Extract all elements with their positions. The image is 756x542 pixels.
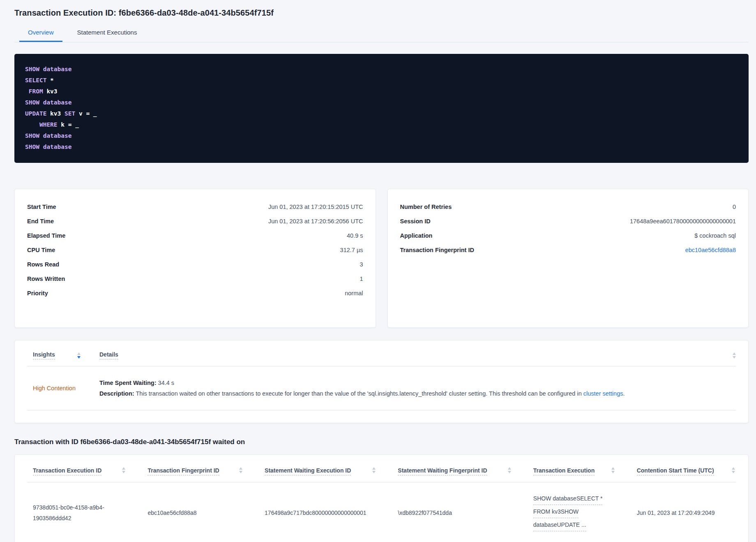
- insights-table-header: Insights Details: [27, 351, 736, 366]
- sort-icon[interactable]: [733, 352, 736, 359]
- summary-value: Jun 01, 2023 at 17:20:56:2056 UTC: [268, 217, 363, 225]
- time-spent-waiting-label: Time Spent Waiting:: [99, 380, 157, 386]
- column-label: Statement Waiting Fingerprint ID: [398, 467, 487, 475]
- summary-value: 17648a9eea6017800000000000000001: [630, 217, 736, 225]
- sql-line: UPDATE kv3 SET v = _: [25, 108, 738, 119]
- summary-label: Number of Retries: [400, 203, 452, 211]
- column-header-statement-waiting-execution-id[interactable]: Statement Waiting Execution ID: [259, 467, 392, 475]
- transaction-execution-id-cell: 9738d051-bc0e-4158-a9b4-1903586ddd42: [27, 502, 142, 523]
- insights-column-label: Insights: [33, 351, 55, 359]
- transaction-execution-preview-line[interactable]: FROM kv3SHOW: [533, 506, 579, 518]
- column-header-transaction-execution[interactable]: Transaction Execution: [528, 467, 631, 475]
- transaction-details-page: Transaction Execution ID: f6be6366-da03-…: [0, 0, 756, 542]
- summary-row: Transaction Fingerprint IDebc10ae56cfd88…: [400, 246, 736, 254]
- column-header-insights[interactable]: Insights: [33, 351, 99, 359]
- summary-row: Rows Written1: [27, 275, 363, 283]
- sql-line: SHOW database: [25, 130, 738, 141]
- sort-icon[interactable]: [611, 467, 615, 473]
- summary-value: 3: [360, 260, 363, 269]
- summary-card-session: Number of Retries0Session ID17648a9eea60…: [387, 189, 749, 328]
- sql-line: SHOW database: [25, 97, 738, 108]
- summary-label: Rows Read: [27, 260, 59, 269]
- summary-card-session-rows: Number of Retries0Session ID17648a9eea60…: [400, 203, 736, 254]
- insights-table-card: Insights Details High Contention Time Sp…: [14, 340, 749, 423]
- sql-line: WHERE k = _: [25, 119, 738, 130]
- summary-row: Number of Retries0: [400, 203, 736, 211]
- summary-value: 312.7 µs: [340, 246, 363, 254]
- transaction-execution-preview-line[interactable]: SHOW databaseSELECT *: [533, 493, 603, 505]
- column-header-details[interactable]: Details: [99, 351, 118, 359]
- insight-details: Time Spent Waiting: 34.4 s Description: …: [99, 378, 625, 399]
- tab-statement-executions[interactable]: Statement Executions: [69, 29, 146, 42]
- summary-label: Rows Written: [27, 275, 65, 283]
- sql-line: SHOW database: [25, 141, 738, 153]
- sort-icon[interactable]: [732, 467, 735, 473]
- description-line: Description: This transaction waited on …: [99, 388, 625, 399]
- summary-row: Rows Read3: [27, 260, 363, 269]
- summary-value: 0: [733, 203, 736, 211]
- waited-on-heading: Transaction with ID f6be6366-da03-48de-a…: [14, 438, 749, 446]
- column-label: Statement Waiting Execution ID: [265, 467, 351, 475]
- column-header-statement-waiting-fingerprint-id[interactable]: Statement Waiting Fingerprint ID: [392, 467, 527, 475]
- summary-value: $ cockroach sql: [694, 232, 736, 240]
- summary-value: 40.9 s: [347, 232, 363, 240]
- summary-row: Start TimeJun 01, 2023 at 17:20:15:2015 …: [27, 203, 363, 211]
- summary-label: End Time: [27, 217, 54, 225]
- transaction-fingerprint-link[interactable]: ebc10ae56cfd88a8: [685, 246, 736, 254]
- waited-table-row: 9738d051-bc0e-4158-a9b4-1903586ddd42 ebc…: [27, 482, 736, 542]
- summary-row: End TimeJun 01, 2023 at 17:20:56:2056 UT…: [27, 217, 363, 225]
- summary-card-timing: Start TimeJun 01, 2023 at 17:20:15:2015 …: [14, 189, 376, 328]
- insight-row: High Contention Time Spent Waiting: 34.4…: [27, 366, 736, 410]
- statement-waiting-fingerprint-id-cell: \xdb8922f077541dda: [392, 507, 527, 518]
- summary-cards-row: Start TimeJun 01, 2023 at 17:20:15:2015 …: [14, 189, 749, 328]
- sql-statements-box: SHOW databaseSELECT * FROM kv3SHOW datab…: [14, 54, 749, 163]
- transaction-execution-cell[interactable]: SHOW databaseSELECT *FROM kv3SHOWdatabas…: [528, 493, 631, 533]
- column-label: Transaction Execution: [533, 467, 595, 475]
- summary-value: 1: [360, 275, 363, 283]
- sort-desc-icon[interactable]: [77, 352, 81, 359]
- sql-line: FROM kv3: [25, 86, 738, 97]
- page-title: Transaction Execution ID: f6be6366-da03-…: [14, 8, 749, 18]
- summary-row: Application$ cockroach sql: [400, 232, 736, 240]
- summary-value: normal: [345, 289, 363, 297]
- time-spent-waiting-value: 34.4 s: [158, 380, 175, 386]
- summary-label: Elapsed Time: [27, 232, 65, 240]
- description-label: Description:: [99, 390, 134, 397]
- high-contention-badge: High Contention: [33, 385, 99, 391]
- description-suffix: .: [623, 390, 625, 397]
- summary-value: Jun 01, 2023 at 17:20:15:2015 UTC: [268, 203, 363, 211]
- tab-overview[interactable]: Overview: [19, 29, 62, 42]
- contention-start-time-cell: Jun 01, 2023 at 17:20:49:2049: [631, 507, 736, 518]
- summary-label: Transaction Fingerprint ID: [400, 246, 474, 254]
- column-label: Contention Start Time (UTC): [637, 467, 714, 475]
- column-header-contention-start-time[interactable]: Contention Start Time (UTC): [631, 467, 736, 475]
- statement-waiting-execution-id-cell: 176498a9c717bdc80000000000000001: [259, 507, 392, 518]
- sort-icon[interactable]: [122, 467, 125, 473]
- summary-label: Priority: [27, 289, 48, 297]
- summary-row: Session ID17648a9eea60178000000000000000…: [400, 217, 736, 225]
- description-text: This transaction waited on other transac…: [136, 390, 583, 397]
- summary-label: Start Time: [27, 203, 56, 211]
- sql-line: SELECT *: [25, 75, 738, 86]
- summary-label: Session ID: [400, 217, 431, 225]
- waited-table-header: Transaction Execution ID Transaction Fin…: [27, 467, 736, 482]
- time-spent-waiting-line: Time Spent Waiting: 34.4 s: [99, 378, 625, 388]
- summary-label: CPU Time: [27, 246, 55, 254]
- column-header-transaction-execution-id[interactable]: Transaction Execution ID: [27, 467, 142, 475]
- summary-label: Application: [400, 232, 433, 240]
- sort-icon[interactable]: [372, 467, 376, 473]
- summary-row: Elapsed Time40.9 s: [27, 232, 363, 240]
- sql-line: SHOW database: [25, 64, 738, 75]
- column-label: Transaction Execution ID: [33, 467, 101, 475]
- column-label: Transaction Fingerprint ID: [148, 467, 219, 475]
- transaction-execution-preview-line[interactable]: databaseUPDATE ...: [533, 519, 586, 531]
- column-header-transaction-fingerprint-id[interactable]: Transaction Fingerprint ID: [142, 467, 259, 475]
- summary-row: CPU Time312.7 µs: [27, 246, 363, 254]
- sort-icon[interactable]: [239, 467, 242, 473]
- waited-on-table-card: Transaction Execution ID Transaction Fin…: [14, 454, 749, 542]
- summary-row: Prioritynormal: [27, 289, 363, 297]
- summary-card-timing-rows: Start TimeJun 01, 2023 at 17:20:15:2015 …: [27, 203, 363, 297]
- cluster-settings-link[interactable]: cluster settings: [583, 390, 623, 397]
- tab-bar: Overview Statement Executions: [14, 29, 749, 42]
- sort-icon[interactable]: [508, 467, 511, 473]
